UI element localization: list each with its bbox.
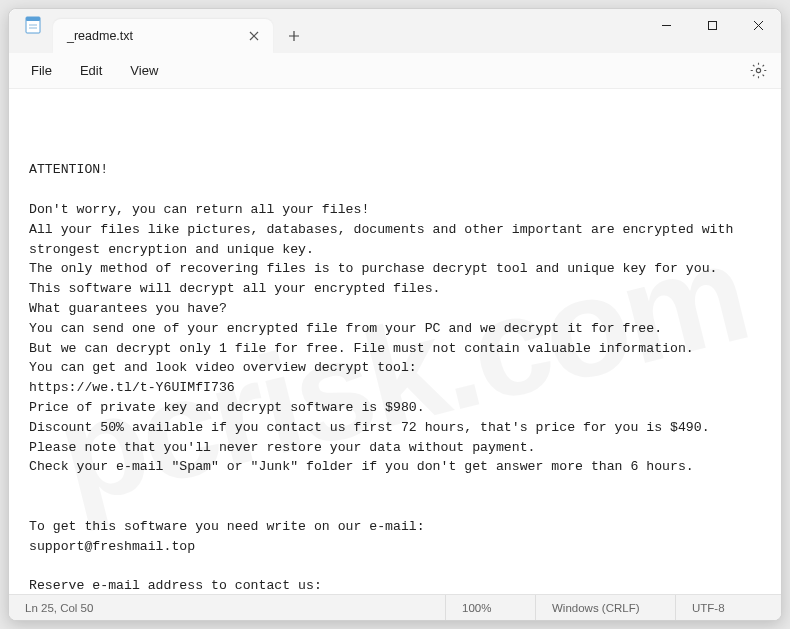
menu-file[interactable]: File: [17, 59, 66, 82]
title-bar: _readme.txt: [9, 9, 781, 53]
notepad-app-icon: [23, 15, 43, 35]
text-line: The only method of recovering files is t…: [29, 259, 761, 279]
text-line: ATTENTION!: [29, 160, 761, 180]
svg-point-12: [756, 68, 760, 72]
text-editor-area[interactable]: pcrisk.com ATTENTION!Don't worry, you ca…: [9, 89, 781, 594]
text-line: Price of private key and decrypt softwar…: [29, 398, 761, 418]
text-line: What guarantees you have?: [29, 299, 761, 319]
tab-title: _readme.txt: [67, 29, 245, 43]
status-zoom[interactable]: 100%: [445, 595, 535, 620]
text-line: You can send one of your encrypted file …: [29, 319, 761, 339]
text-line: Reserve e-mail address to contact us:: [29, 576, 761, 594]
text-line: https://we.tl/t-Y6UIMfI736: [29, 378, 761, 398]
document-text: ATTENTION!Don't worry, you can return al…: [29, 160, 761, 594]
text-line: Don't worry, you can return all your fil…: [29, 200, 761, 220]
menu-edit[interactable]: Edit: [66, 59, 116, 82]
status-encoding: UTF-8: [675, 595, 765, 620]
text-line: [29, 556, 761, 576]
text-line: [29, 497, 761, 517]
status-cursor-position: Ln 25, Col 50: [25, 602, 445, 614]
minimize-button[interactable]: [643, 9, 689, 41]
status-bar: Ln 25, Col 50 100% Windows (CRLF) UTF-8: [9, 594, 781, 620]
svg-rect-1: [26, 17, 40, 21]
menu-view[interactable]: View: [116, 59, 172, 82]
text-line: [29, 477, 761, 497]
text-line: All your files like pictures, databases,…: [29, 220, 761, 260]
text-line: But we can decrypt only 1 file for free.…: [29, 339, 761, 359]
status-eol: Windows (CRLF): [535, 595, 675, 620]
text-line: [29, 180, 761, 200]
settings-button[interactable]: [743, 56, 773, 86]
document-tab[interactable]: _readme.txt: [53, 19, 273, 53]
svg-rect-9: [708, 21, 716, 29]
window-controls: [643, 9, 781, 53]
text-line: You can get and look video overview decr…: [29, 358, 761, 378]
text-line: Check your e-mail "Spam" or "Junk" folde…: [29, 457, 761, 477]
close-tab-icon[interactable]: [245, 27, 263, 45]
text-line: To get this software you need write on o…: [29, 517, 761, 537]
menu-bar: File Edit View: [9, 53, 781, 89]
close-button[interactable]: [735, 9, 781, 41]
text-line: Discount 50% available if you contact us…: [29, 418, 761, 438]
new-tab-button[interactable]: [277, 19, 311, 53]
text-line: This software will decrypt all your encr…: [29, 279, 761, 299]
maximize-button[interactable]: [689, 9, 735, 41]
text-line: Please note that you'll never restore yo…: [29, 438, 761, 458]
notepad-window: _readme.txt File Edit View: [8, 8, 782, 621]
text-line: support@freshmail.top: [29, 537, 761, 557]
